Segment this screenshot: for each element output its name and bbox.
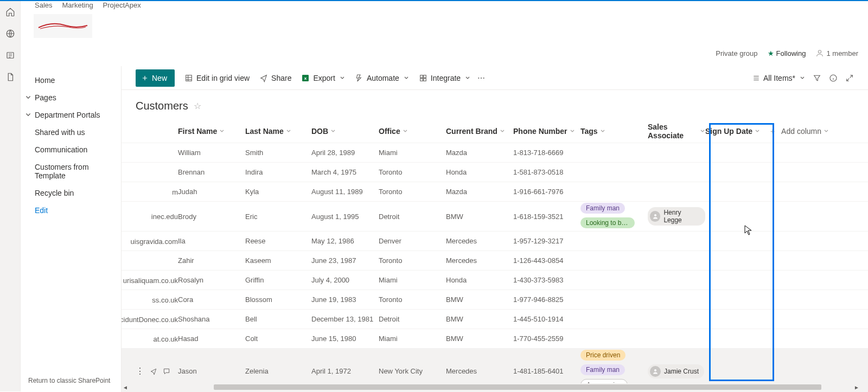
col-last-name[interactable]: Last Name <box>245 127 311 136</box>
edit-grid-button[interactable]: Edit in grid view <box>184 74 250 82</box>
cell: 1-126-443-0854 <box>513 256 580 265</box>
files-icon[interactable] <box>0 66 21 88</box>
table-row[interactable]: mJudahKylaAugust 11, 1989TorontoMazda1-9… <box>122 182 868 201</box>
cell: Mazda <box>446 188 513 196</box>
star-filled-icon[interactable]: ★ <box>768 49 774 57</box>
table-row[interactable]: uisgravida.comIlaReeseMay 12, 1986Denver… <box>122 231 868 250</box>
share-button[interactable]: Share <box>259 74 291 82</box>
cell: Griffin <box>245 276 311 284</box>
list-title: Customers <box>136 100 188 112</box>
group-info: Private group ★ Following 1 member <box>716 49 858 57</box>
tag-pill[interactable]: Family man <box>580 364 625 375</box>
automate-button[interactable]: Automate <box>355 74 409 82</box>
cell-tags: Family manLooking to buy s… <box>580 202 648 231</box>
cell: 1-916-661-7976 <box>513 188 580 196</box>
cell: Jason <box>178 367 245 375</box>
nav-pages[interactable]: Pages <box>21 89 121 106</box>
privacy-label: Private group <box>716 49 757 57</box>
email-fragment: cinciduntDonec.co.uk <box>122 315 178 323</box>
col-first-name[interactable]: First Name <box>178 127 245 136</box>
cell: Mercedes <box>446 256 513 265</box>
star-outline-icon[interactable]: ☆ <box>194 101 201 111</box>
cell: Mercedes <box>446 367 513 375</box>
nav-edit[interactable]: Edit <box>21 202 121 219</box>
cell: Toronto <box>379 168 446 176</box>
col-signup[interactable]: Sign Up Date <box>705 127 770 136</box>
cell: Shoshana <box>178 315 245 323</box>
cell: 1-957-129-3217 <box>513 237 580 245</box>
cell: Indira <box>245 168 311 176</box>
horizontal-scrollbar[interactable]: ◄ ► <box>122 383 860 391</box>
nav-department-portals[interactable]: Department Portals <box>21 106 121 124</box>
svg-point-11 <box>481 77 482 78</box>
col-tags[interactable]: Tags <box>580 127 648 136</box>
people-icon <box>815 49 824 57</box>
info-icon[interactable] <box>829 74 838 82</box>
col-brand[interactable]: Current Brand <box>446 127 513 136</box>
cell: Colt <box>245 335 311 343</box>
members-label[interactable]: 1 member <box>826 49 858 57</box>
table-row[interactable]: WilliamSmithApril 28, 1989MiamiMazda1-81… <box>122 143 868 162</box>
filter-icon[interactable] <box>813 74 821 82</box>
nav-shared[interactable]: Shared with us <box>21 124 121 141</box>
cell: William <box>178 149 245 157</box>
table-row[interactable]: inec.eduBrodyEricAugust 1, 1995DetroitBM… <box>122 201 868 231</box>
table-row[interactable]: at.co.ukHasadColtJune 15, 1980MiamiBMW1-… <box>122 329 868 348</box>
cell: Eric <box>245 213 311 221</box>
svg-text:x: x <box>304 76 307 81</box>
site-tab-projectapex[interactable]: ProjectApex <box>103 1 141 9</box>
following-label[interactable]: Following <box>776 49 806 57</box>
person-chip[interactable]: Jamie Crust <box>648 364 704 378</box>
return-classic-link[interactable]: Return to classic SharePoint <box>28 377 110 384</box>
table-row[interactable]: BrennanIndiraMarch 4, 1975TorontoHonda1-… <box>122 162 868 182</box>
cell: Bell <box>245 315 311 323</box>
integrate-button[interactable]: Integrate <box>419 74 470 82</box>
home-icon[interactable] <box>0 1 21 23</box>
svg-point-10 <box>478 77 479 78</box>
expand-icon[interactable] <box>845 74 854 82</box>
site-logo[interactable] <box>34 14 92 38</box>
nav-home[interactable]: Home <box>21 72 121 89</box>
grid-header: First Name Last Name DOB Office Current … <box>122 120 868 143</box>
more-icon[interactable]: ⋮ <box>136 366 144 376</box>
col-office[interactable]: Office <box>379 127 446 136</box>
nav-recycle[interactable]: Recycle bin <box>21 184 121 202</box>
cell: New York City <box>379 367 446 375</box>
scroll-thumb[interactable] <box>214 384 821 390</box>
comment-icon[interactable] <box>163 368 170 375</box>
cell: Cora <box>178 295 245 304</box>
cell: Detroit <box>379 213 446 221</box>
more-button[interactable] <box>477 74 486 82</box>
table-row[interactable]: ZahirKaseemJune 23, 1987TorontoMercedes1… <box>122 250 868 270</box>
table-row[interactable]: cinciduntDonec.co.ukShoshanaBellDecember… <box>122 309 868 329</box>
scroll-right-icon[interactable]: ► <box>853 383 860 391</box>
news-icon[interactable] <box>0 44 21 66</box>
share-icon[interactable] <box>150 368 157 375</box>
site-tab-sales[interactable]: Sales <box>35 1 53 9</box>
tag-pill[interactable]: Family man <box>580 203 625 214</box>
col-add[interactable]: + Add column <box>770 127 835 136</box>
col-phone[interactable]: Phone Number <box>513 127 580 136</box>
col-assoc[interactable]: Sales Associate <box>648 123 705 140</box>
chevron-down-icon <box>465 75 470 81</box>
col-dob[interactable]: DOB <box>311 127 379 136</box>
table-row[interactable]: ss.co.ukCoraBlossomJune 19, 1983TorontoB… <box>122 290 868 309</box>
nav-customers-template[interactable]: Customers from Template <box>21 158 121 184</box>
cell: Miami <box>379 276 446 284</box>
site-tab-marketing[interactable]: Marketing <box>62 1 93 9</box>
nav-communication[interactable]: Communication <box>21 141 121 158</box>
table-row[interactable]: urisaliquam.co.ukRosalynGriffinJuly 4, 2… <box>122 270 868 290</box>
cell: December 13, 1981 <box>311 315 379 323</box>
email-fragment: ss.co.uk <box>152 295 178 304</box>
person-chip[interactable]: Henry Legge <box>648 207 705 226</box>
scroll-left-icon[interactable]: ◄ <box>122 383 129 391</box>
cell: June 19, 1983 <box>311 295 379 304</box>
new-button[interactable]: New <box>136 69 175 87</box>
globe-icon[interactable] <box>0 23 21 44</box>
chevron-down-icon <box>800 75 805 81</box>
view-selector[interactable]: All Items* <box>752 74 805 82</box>
export-button[interactable]: x Export <box>301 74 344 82</box>
tag-pill[interactable]: Looking to buy s… <box>580 217 635 228</box>
cell: Reese <box>245 237 311 245</box>
tag-pill[interactable]: Price driven <box>580 350 626 361</box>
